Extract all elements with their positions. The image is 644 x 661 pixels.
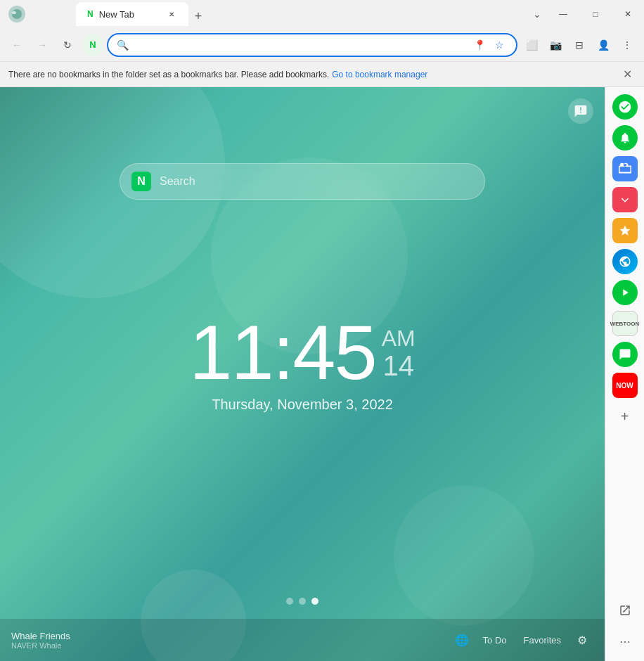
sidebar-add-button[interactable]: + — [611, 402, 639, 430]
clock-day-number: 14 — [382, 352, 416, 380]
favorites-button[interactable]: Favorites — [517, 631, 568, 650]
bookmark-bar: There are no bookmarks in the folder set… — [0, 62, 644, 87]
maximize-button[interactable]: □ — [579, 0, 612, 28]
sidebar-message[interactable] — [611, 340, 639, 368]
sidebar-pocket[interactable] — [611, 186, 639, 214]
sidebar-webtoon[interactable]: WEBTOON — [611, 309, 639, 338]
search-icon: 🔍 — [117, 39, 129, 51]
cast-button[interactable]: ⬜ — [520, 34, 543, 56]
collapse-button[interactable]: ⌄ — [529, 6, 546, 23]
active-tab[interactable]: N New Tab ✕ — [76, 2, 188, 26]
title-bar: N New Tab ✕ + ⌄ — □ ✕ — [0, 0, 644, 28]
clock-time: 11:45 AM 14 — [189, 313, 415, 390]
right-sidebar: WEBTOON NOW + ⋯ — [605, 87, 644, 661]
dot-1[interactable] — [286, 598, 293, 605]
split-view-button[interactable]: ⊟ — [568, 34, 591, 56]
clock-container: 11:45 AM 14 Thursday, November 3, 2022 — [189, 313, 415, 412]
window-controls: ⌄ — □ ✕ — [547, 0, 644, 28]
location-icon[interactable]: 📍 — [471, 37, 488, 53]
minimize-button[interactable]: — — [547, 0, 579, 28]
sidebar-more-button[interactable]: ⋯ — [611, 627, 639, 655]
tab-close-button[interactable]: ✕ — [166, 8, 177, 20]
clock-hours-minutes: 11:45 — [189, 313, 375, 390]
dot-3[interactable] — [311, 598, 318, 605]
bookmark-close-button[interactable]: ✕ — [619, 66, 636, 83]
todo-button[interactable]: To Do — [476, 631, 514, 650]
sidebar-work[interactable] — [611, 155, 639, 183]
clock-date: Thursday, November 3, 2022 — [189, 396, 415, 412]
menu-button[interactable]: ⋮ — [616, 34, 638, 56]
address-input[interactable] — [134, 39, 465, 51]
nav-right-buttons: ⬜ 📷 ⊟ 👤 ⋮ — [520, 34, 638, 56]
search-placeholder-text: Search — [160, 175, 195, 188]
sidebar-star[interactable] — [611, 217, 639, 245]
new-tab-page: N Search 11:45 AM 14 Thursday, November … — [0, 87, 605, 661]
screenshot-button[interactable]: 📷 — [544, 34, 567, 56]
back-button[interactable]: ← — [6, 34, 28, 56]
sidebar-whale-services[interactable] — [611, 93, 639, 121]
more-dots-icon: ⋯ — [619, 635, 631, 648]
bg-circle-3 — [394, 485, 534, 626]
sidebar-notification[interactable] — [611, 124, 639, 152]
bottom-bar: Whale Friends NAVER Whale 🌐 To Do Favori… — [0, 619, 605, 661]
tab-label: New Tab — [99, 9, 134, 20]
refresh-button[interactable]: ↻ — [56, 34, 79, 56]
globe-button[interactable]: 🌐 — [451, 629, 473, 651]
sidebar-now[interactable]: NOW — [611, 371, 639, 399]
star-icon[interactable]: ☆ — [491, 37, 508, 53]
dot-2[interactable] — [299, 598, 306, 605]
forward-button[interactable]: → — [31, 34, 53, 56]
bottom-actions: 🌐 To Do Favorites ⚙ — [451, 629, 593, 651]
dots-indicator — [286, 598, 318, 605]
navigation-bar: ← → ↻ N 🔍 📍 ☆ ⬜ 📷 ⊟ 👤 ⋮ — [0, 28, 644, 62]
whale-info: Whale Friends NAVER Whale — [11, 631, 70, 650]
address-icons: 📍 ☆ — [471, 37, 508, 53]
search-n-logo: N — [131, 172, 151, 191]
settings-button[interactable]: ⚙ — [571, 629, 593, 651]
naver-whale-subtitle: NAVER Whale — [11, 641, 70, 650]
sidebar-play[interactable] — [611, 278, 639, 307]
todo-label: To Do — [483, 635, 507, 646]
svg-point-1 — [12, 9, 22, 19]
content-search-bar[interactable]: N Search — [120, 163, 485, 200]
bookmark-manager-link[interactable]: Go to bookmark manager — [332, 70, 427, 79]
naver-n-button[interactable]: N — [82, 34, 104, 56]
add-icon: + — [621, 409, 629, 425]
whale-friends-title: Whale Friends — [11, 631, 70, 641]
address-bar[interactable]: 🔍 📍 ☆ — [107, 33, 517, 57]
browser-logo — [6, 3, 28, 25]
clock-ampm-date: AM 14 — [382, 324, 416, 379]
main-content: N Search 11:45 AM 14 Thursday, November … — [0, 87, 644, 661]
bookmark-message: There are no bookmarks in the folder set… — [8, 70, 329, 79]
new-tab-button[interactable]: + — [188, 6, 208, 26]
favorites-label: Favorites — [524, 635, 561, 646]
svg-point-2 — [12, 11, 16, 14]
sidebar-edge[interactable] — [611, 248, 639, 276]
sidebar-open-button[interactable] — [611, 596, 639, 624]
close-button[interactable]: ✕ — [612, 0, 644, 28]
account-button[interactable]: 👤 — [592, 34, 614, 56]
chat-button[interactable] — [568, 98, 593, 124]
clock-ampm: AM — [382, 324, 416, 351]
